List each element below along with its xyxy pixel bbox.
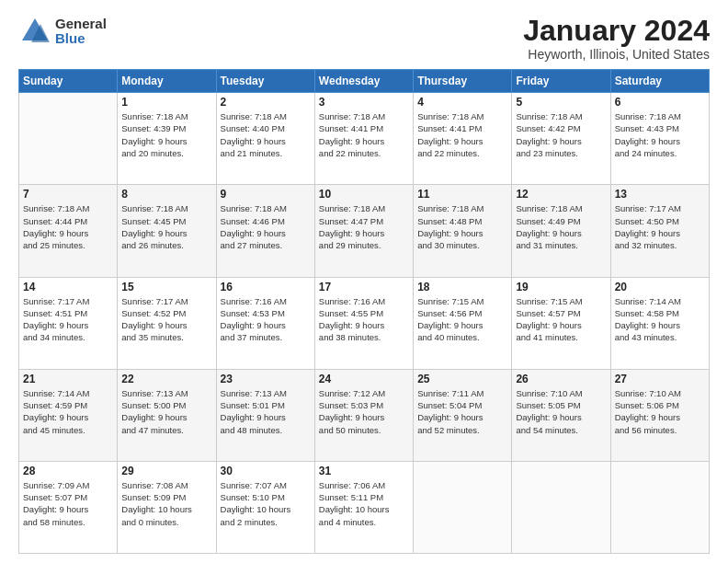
calendar-table: Sunday Monday Tuesday Wednesday Thursday… [18,69,710,554]
day-info: Sunrise: 7:18 AM Sunset: 4:48 PM Dayligh… [417,202,507,251]
day-info: Sunrise: 7:18 AM Sunset: 4:43 PM Dayligh… [615,110,705,159]
calendar-header-row: Sunday Monday Tuesday Wednesday Thursday… [19,70,710,93]
day-number: 27 [615,373,705,385]
col-saturday: Saturday [610,70,709,93]
table-cell [19,93,118,185]
table-cell: 20Sunrise: 7:14 AM Sunset: 4:58 PM Dayli… [610,277,709,369]
day-info: Sunrise: 7:09 AM Sunset: 5:07 PM Dayligh… [23,479,113,528]
day-info: Sunrise: 7:15 AM Sunset: 4:57 PM Dayligh… [516,295,606,344]
day-number: 11 [417,188,507,201]
day-number: 9 [221,188,311,201]
table-cell [414,461,512,553]
table-cell: 3Sunrise: 7:18 AM Sunset: 4:41 PM Daylig… [314,93,413,185]
table-cell: 10Sunrise: 7:18 AM Sunset: 4:47 PM Dayli… [314,185,413,277]
col-wednesday: Wednesday [314,70,413,93]
day-number: 19 [516,281,606,293]
header: General Blue January 2024 Heyworth, Illi… [18,15,710,62]
table-cell: 27Sunrise: 7:10 AM Sunset: 5:06 PM Dayli… [610,369,709,461]
table-cell: 25Sunrise: 7:11 AM Sunset: 5:04 PM Dayli… [414,369,512,461]
logo-blue-text: Blue [55,31,107,47]
table-cell: 16Sunrise: 7:16 AM Sunset: 4:53 PM Dayli… [216,277,314,369]
table-cell: 15Sunrise: 7:17 AM Sunset: 4:52 PM Dayli… [118,277,216,369]
day-info: Sunrise: 7:17 AM Sunset: 4:51 PM Dayligh… [23,295,113,344]
table-cell: 12Sunrise: 7:18 AM Sunset: 4:49 PM Dayli… [512,185,610,277]
table-cell: 22Sunrise: 7:13 AM Sunset: 5:00 PM Dayli… [118,369,216,461]
logo-general-text: General [55,17,107,32]
day-number: 30 [221,465,311,477]
table-cell: 13Sunrise: 7:17 AM Sunset: 4:50 PM Dayli… [610,185,709,277]
day-info: Sunrise: 7:07 AM Sunset: 5:10 PM Dayligh… [221,479,311,528]
table-cell: 5Sunrise: 7:18 AM Sunset: 4:42 PM Daylig… [512,93,610,185]
table-cell: 4Sunrise: 7:18 AM Sunset: 4:41 PM Daylig… [414,93,512,185]
table-cell: 6Sunrise: 7:18 AM Sunset: 4:43 PM Daylig… [610,93,709,185]
table-cell: 9Sunrise: 7:18 AM Sunset: 4:46 PM Daylig… [216,185,314,277]
table-cell [512,461,610,553]
week-row-3: 14Sunrise: 7:17 AM Sunset: 4:51 PM Dayli… [19,277,710,369]
day-number: 7 [23,188,113,201]
day-info: Sunrise: 7:18 AM Sunset: 4:44 PM Dayligh… [23,202,113,251]
day-number: 4 [417,96,507,109]
day-number: 5 [516,96,606,109]
day-number: 23 [221,373,311,385]
day-info: Sunrise: 7:11 AM Sunset: 5:04 PM Dayligh… [417,387,507,436]
week-row-1: 1Sunrise: 7:18 AM Sunset: 4:39 PM Daylig… [19,93,710,185]
day-info: Sunrise: 7:13 AM Sunset: 5:01 PM Dayligh… [221,387,311,436]
day-info: Sunrise: 7:16 AM Sunset: 4:55 PM Dayligh… [319,295,409,344]
table-cell: 11Sunrise: 7:18 AM Sunset: 4:48 PM Dayli… [414,185,512,277]
day-info: Sunrise: 7:14 AM Sunset: 4:59 PM Dayligh… [23,387,113,436]
day-info: Sunrise: 7:14 AM Sunset: 4:58 PM Dayligh… [615,295,705,344]
day-number: 24 [319,373,409,385]
table-cell: 7Sunrise: 7:18 AM Sunset: 4:44 PM Daylig… [19,185,118,277]
subtitle: Heyworth, Illinois, United States [523,47,710,62]
day-info: Sunrise: 7:18 AM Sunset: 4:49 PM Dayligh… [516,202,606,251]
week-row-2: 7Sunrise: 7:18 AM Sunset: 4:44 PM Daylig… [19,185,710,277]
day-number: 13 [615,188,705,201]
table-cell [610,461,709,553]
day-info: Sunrise: 7:18 AM Sunset: 4:47 PM Dayligh… [319,202,409,251]
day-info: Sunrise: 7:10 AM Sunset: 5:05 PM Dayligh… [516,387,606,436]
week-row-5: 28Sunrise: 7:09 AM Sunset: 5:07 PM Dayli… [19,461,710,553]
day-info: Sunrise: 7:10 AM Sunset: 5:06 PM Dayligh… [615,387,705,436]
day-number: 26 [516,373,606,385]
table-cell: 2Sunrise: 7:18 AM Sunset: 4:40 PM Daylig… [216,93,314,185]
day-number: 29 [121,465,211,477]
day-number: 3 [319,96,409,109]
week-row-4: 21Sunrise: 7:14 AM Sunset: 4:59 PM Dayli… [19,369,710,461]
day-number: 8 [121,188,211,201]
day-number: 15 [121,281,211,293]
table-cell: 29Sunrise: 7:08 AM Sunset: 5:09 PM Dayli… [118,461,216,553]
day-info: Sunrise: 7:17 AM Sunset: 4:52 PM Dayligh… [121,295,211,344]
day-number: 16 [221,281,311,293]
title-block: January 2024 Heyworth, Illinois, United … [523,15,710,62]
col-thursday: Thursday [414,70,512,93]
main-title: January 2024 [523,15,710,47]
table-cell: 23Sunrise: 7:13 AM Sunset: 5:01 PM Dayli… [216,369,314,461]
table-cell: 17Sunrise: 7:16 AM Sunset: 4:55 PM Dayli… [314,277,413,369]
day-info: Sunrise: 7:18 AM Sunset: 4:42 PM Dayligh… [516,110,606,159]
table-cell: 30Sunrise: 7:07 AM Sunset: 5:10 PM Dayli… [216,461,314,553]
table-cell: 19Sunrise: 7:15 AM Sunset: 4:57 PM Dayli… [512,277,610,369]
day-number: 6 [615,96,705,109]
col-friday: Friday [512,70,610,93]
col-sunday: Sunday [19,70,118,93]
table-cell: 24Sunrise: 7:12 AM Sunset: 5:03 PM Dayli… [314,369,413,461]
table-cell: 28Sunrise: 7:09 AM Sunset: 5:07 PM Dayli… [19,461,118,553]
col-monday: Monday [118,70,216,93]
day-number: 31 [319,465,409,477]
day-number: 17 [319,281,409,293]
table-cell: 14Sunrise: 7:17 AM Sunset: 4:51 PM Dayli… [19,277,118,369]
table-cell: 21Sunrise: 7:14 AM Sunset: 4:59 PM Dayli… [19,369,118,461]
day-number: 20 [615,281,705,293]
day-number: 14 [23,281,113,293]
day-number: 28 [23,465,113,477]
day-number: 10 [319,188,409,201]
logo: General Blue [18,15,107,48]
day-info: Sunrise: 7:06 AM Sunset: 5:11 PM Dayligh… [319,479,409,528]
day-number: 18 [417,281,507,293]
day-info: Sunrise: 7:17 AM Sunset: 4:50 PM Dayligh… [615,202,705,251]
day-number: 25 [417,373,507,385]
table-cell: 26Sunrise: 7:10 AM Sunset: 5:05 PM Dayli… [512,369,610,461]
table-cell: 1Sunrise: 7:18 AM Sunset: 4:39 PM Daylig… [118,93,216,185]
table-cell: 18Sunrise: 7:15 AM Sunset: 4:56 PM Dayli… [414,277,512,369]
day-info: Sunrise: 7:15 AM Sunset: 4:56 PM Dayligh… [417,295,507,344]
